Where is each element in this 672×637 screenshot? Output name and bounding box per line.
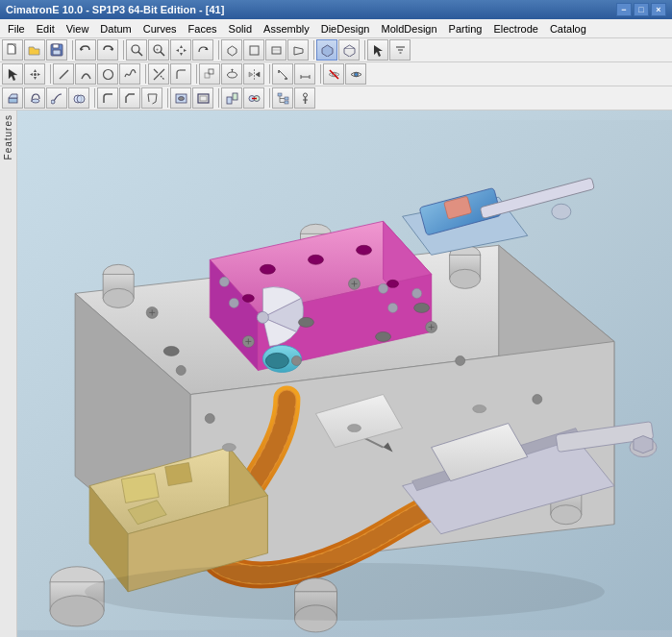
mirror-button[interactable] — [243, 63, 264, 85]
toolbar-row-3 — [0, 86, 672, 110]
circle-button[interactable] — [97, 63, 118, 85]
boolean-button[interactable] — [68, 87, 89, 109]
menu-parting[interactable]: Parting — [443, 21, 488, 37]
filter-button[interactable] — [389, 39, 411, 61]
save-button[interactable] — [46, 39, 67, 61]
menu-faces[interactable]: Faces — [183, 21, 223, 37]
sep-6 — [47, 64, 51, 84]
menu-assembly[interactable]: Assembly — [258, 21, 315, 37]
show-button[interactable] — [345, 63, 366, 85]
svg-rect-64 — [200, 96, 207, 101]
translate-button[interactable] — [199, 63, 220, 85]
svg-marker-11 — [180, 53, 183, 56]
measure-button[interactable] — [272, 63, 293, 85]
open-button[interactable] — [24, 39, 45, 61]
assembly-button[interactable] — [221, 87, 242, 109]
svg-rect-71 — [285, 97, 288, 100]
svg-line-6 — [138, 52, 142, 56]
menu-diedesign[interactable]: DieDesign — [315, 21, 376, 37]
menu-edit[interactable]: Edit — [31, 21, 61, 37]
menu-electrode[interactable]: Electrode — [487, 21, 543, 37]
zoom-window-button[interactable] — [126, 39, 147, 61]
svg-point-166 — [376, 331, 391, 341]
top-view-button[interactable] — [265, 39, 286, 61]
zoom-all-button[interactable]: + — [148, 39, 169, 61]
menu-catalog[interactable]: Catalog — [544, 21, 592, 37]
svg-marker-22 — [374, 45, 383, 57]
titlebar: CimatronE 10.0 - SP1P3 64-Bit Edition - … — [0, 0, 672, 19]
menu-file[interactable]: File — [2, 21, 31, 37]
svg-line-53 — [330, 70, 338, 79]
sep-13 — [215, 88, 219, 108]
undo-button[interactable] — [75, 39, 96, 61]
menu-datum[interactable]: Datum — [94, 21, 137, 37]
feature-tree-button[interactable] — [272, 87, 293, 109]
shaded-view-button[interactable] — [316, 39, 337, 61]
constraint-button[interactable] — [243, 87, 264, 109]
svg-point-163 — [163, 346, 179, 355]
menu-molddesign[interactable]: MoldDesign — [375, 21, 442, 37]
svg-rect-4 — [53, 50, 61, 55]
rotate-button[interactable] — [192, 39, 213, 61]
svg-marker-10 — [180, 45, 183, 48]
svg-point-112 — [552, 204, 571, 219]
trim-button[interactable] — [148, 63, 169, 85]
svg-line-35 — [154, 69, 158, 73]
viewport[interactable] — [17, 110, 672, 637]
svg-point-170 — [85, 563, 605, 621]
svg-point-106 — [357, 245, 372, 255]
fillet-button[interactable] — [170, 63, 191, 85]
isometric-view-button[interactable] — [221, 39, 242, 61]
svg-marker-12 — [176, 49, 179, 52]
line-button[interactable] — [53, 63, 74, 85]
sep-14 — [266, 88, 270, 108]
hole-button[interactable] — [170, 87, 191, 109]
right-view-button[interactable] — [287, 39, 309, 61]
maximize-button[interactable]: □ — [634, 3, 649, 16]
svg-point-93 — [551, 505, 582, 525]
svg-marker-26 — [9, 69, 17, 81]
select-button[interactable] — [367, 39, 388, 61]
fillet-3d-button[interactable] — [97, 87, 118, 109]
svg-rect-65 — [227, 97, 232, 104]
extrude-button[interactable] — [2, 87, 23, 109]
front-view-button[interactable] — [243, 39, 264, 61]
spline-button[interactable] — [119, 63, 140, 85]
draft-button[interactable] — [141, 87, 162, 109]
sweep-button[interactable] — [46, 87, 67, 109]
shell-button[interactable] — [192, 87, 213, 109]
svg-point-87 — [103, 288, 134, 307]
svg-rect-16 — [272, 47, 281, 54]
svg-marker-44 — [249, 72, 253, 77]
rotate-3d-button[interactable] — [221, 63, 242, 85]
svg-line-32 — [60, 70, 68, 79]
sep-1 — [69, 40, 73, 60]
menu-solid[interactable]: Solid — [223, 21, 258, 37]
svg-point-162 — [533, 395, 542, 404]
arc-button[interactable] — [75, 63, 96, 85]
menubar: File Edit View Datum Curves Faces Solid … — [0, 19, 672, 38]
minimize-button[interactable]: − — [616, 3, 632, 16]
revolve-button[interactable] — [24, 87, 45, 109]
svg-point-142 — [50, 596, 104, 626]
dimension-button[interactable] — [294, 63, 315, 85]
svg-point-58 — [51, 100, 55, 104]
svg-marker-13 — [184, 49, 187, 52]
svg-marker-27 — [34, 69, 37, 72]
menu-view[interactable]: View — [61, 21, 95, 37]
hide-button[interactable] — [323, 63, 344, 85]
properties-button[interactable] — [294, 87, 315, 109]
svg-point-121 — [412, 288, 422, 298]
svg-point-104 — [260, 264, 275, 274]
wireframe-button[interactable] — [338, 39, 360, 61]
new-button[interactable] — [2, 39, 23, 61]
close-button[interactable]: × — [651, 3, 666, 16]
svg-marker-30 — [37, 73, 40, 76]
pan-button[interactable] — [170, 39, 191, 61]
move-button[interactable] — [24, 63, 45, 85]
chamfer-button[interactable] — [119, 87, 140, 109]
features-panel: Features — [0, 110, 17, 637]
redo-button[interactable] — [97, 39, 118, 61]
menu-curves[interactable]: Curves — [137, 21, 183, 37]
pointer-button[interactable] — [2, 63, 23, 85]
